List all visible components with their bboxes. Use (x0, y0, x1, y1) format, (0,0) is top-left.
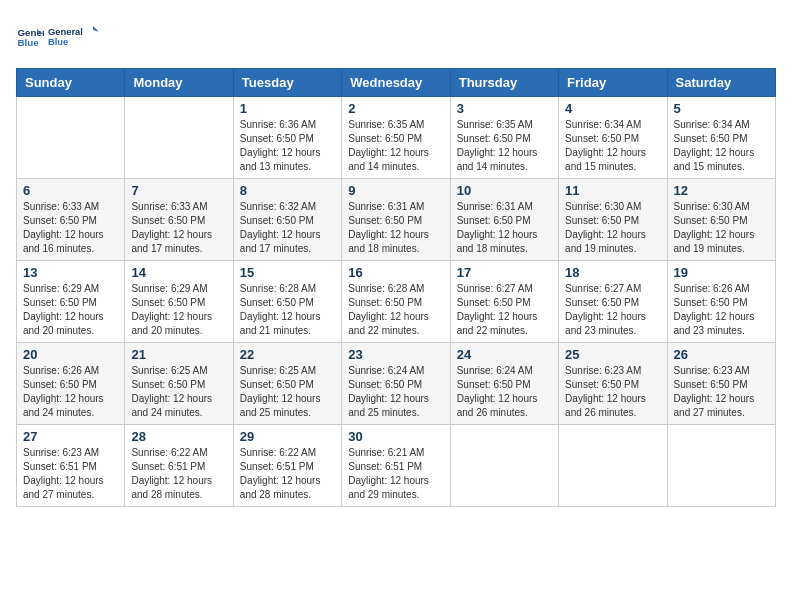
day-info: Sunrise: 6:28 AM Sunset: 6:50 PM Dayligh… (348, 282, 443, 338)
day-info: Sunrise: 6:21 AM Sunset: 6:51 PM Dayligh… (348, 446, 443, 502)
day-cell: 14Sunrise: 6:29 AM Sunset: 6:50 PM Dayli… (125, 261, 233, 343)
day-cell: 3Sunrise: 6:35 AM Sunset: 6:50 PM Daylig… (450, 97, 558, 179)
day-number: 10 (457, 183, 552, 198)
day-info: Sunrise: 6:24 AM Sunset: 6:50 PM Dayligh… (457, 364, 552, 420)
day-number: 12 (674, 183, 769, 198)
day-cell: 12Sunrise: 6:30 AM Sunset: 6:50 PM Dayli… (667, 179, 775, 261)
day-info: Sunrise: 6:33 AM Sunset: 6:50 PM Dayligh… (23, 200, 118, 256)
week-row-4: 20Sunrise: 6:26 AM Sunset: 6:50 PM Dayli… (17, 343, 776, 425)
day-info: Sunrise: 6:23 AM Sunset: 6:50 PM Dayligh… (565, 364, 660, 420)
day-info: Sunrise: 6:35 AM Sunset: 6:50 PM Dayligh… (348, 118, 443, 174)
day-info: Sunrise: 6:36 AM Sunset: 6:50 PM Dayligh… (240, 118, 335, 174)
day-cell: 10Sunrise: 6:31 AM Sunset: 6:50 PM Dayli… (450, 179, 558, 261)
svg-marker-5 (93, 26, 98, 32)
day-cell (667, 425, 775, 507)
day-cell: 29Sunrise: 6:22 AM Sunset: 6:51 PM Dayli… (233, 425, 341, 507)
day-number: 23 (348, 347, 443, 362)
weekday-friday: Friday (559, 69, 667, 97)
day-cell: 11Sunrise: 6:30 AM Sunset: 6:50 PM Dayli… (559, 179, 667, 261)
day-cell: 21Sunrise: 6:25 AM Sunset: 6:50 PM Dayli… (125, 343, 233, 425)
day-number: 14 (131, 265, 226, 280)
day-number: 5 (674, 101, 769, 116)
day-cell (17, 97, 125, 179)
day-cell: 16Sunrise: 6:28 AM Sunset: 6:50 PM Dayli… (342, 261, 450, 343)
day-info: Sunrise: 6:30 AM Sunset: 6:50 PM Dayligh… (674, 200, 769, 256)
day-info: Sunrise: 6:26 AM Sunset: 6:50 PM Dayligh… (674, 282, 769, 338)
day-cell: 27Sunrise: 6:23 AM Sunset: 6:51 PM Dayli… (17, 425, 125, 507)
day-number: 4 (565, 101, 660, 116)
day-cell: 15Sunrise: 6:28 AM Sunset: 6:50 PM Dayli… (233, 261, 341, 343)
day-info: Sunrise: 6:30 AM Sunset: 6:50 PM Dayligh… (565, 200, 660, 256)
weekday-wednesday: Wednesday (342, 69, 450, 97)
day-number: 30 (348, 429, 443, 444)
day-info: Sunrise: 6:33 AM Sunset: 6:50 PM Dayligh… (131, 200, 226, 256)
day-number: 25 (565, 347, 660, 362)
day-cell: 24Sunrise: 6:24 AM Sunset: 6:50 PM Dayli… (450, 343, 558, 425)
day-cell: 26Sunrise: 6:23 AM Sunset: 6:50 PM Dayli… (667, 343, 775, 425)
day-info: Sunrise: 6:25 AM Sunset: 6:50 PM Dayligh… (240, 364, 335, 420)
day-cell: 25Sunrise: 6:23 AM Sunset: 6:50 PM Dayli… (559, 343, 667, 425)
svg-text:Blue: Blue (48, 37, 68, 47)
day-cell: 5Sunrise: 6:34 AM Sunset: 6:50 PM Daylig… (667, 97, 775, 179)
day-cell: 8Sunrise: 6:32 AM Sunset: 6:50 PM Daylig… (233, 179, 341, 261)
day-cell (559, 425, 667, 507)
weekday-monday: Monday (125, 69, 233, 97)
day-number: 29 (240, 429, 335, 444)
day-number: 1 (240, 101, 335, 116)
day-cell: 17Sunrise: 6:27 AM Sunset: 6:50 PM Dayli… (450, 261, 558, 343)
day-info: Sunrise: 6:29 AM Sunset: 6:50 PM Dayligh… (131, 282, 226, 338)
day-number: 20 (23, 347, 118, 362)
day-number: 2 (348, 101, 443, 116)
day-number: 7 (131, 183, 226, 198)
day-number: 19 (674, 265, 769, 280)
day-number: 8 (240, 183, 335, 198)
day-info: Sunrise: 6:32 AM Sunset: 6:50 PM Dayligh… (240, 200, 335, 256)
day-cell: 30Sunrise: 6:21 AM Sunset: 6:51 PM Dayli… (342, 425, 450, 507)
day-info: Sunrise: 6:28 AM Sunset: 6:50 PM Dayligh… (240, 282, 335, 338)
week-row-5: 27Sunrise: 6:23 AM Sunset: 6:51 PM Dayli… (17, 425, 776, 507)
weekday-tuesday: Tuesday (233, 69, 341, 97)
day-number: 18 (565, 265, 660, 280)
day-number: 17 (457, 265, 552, 280)
weekday-thursday: Thursday (450, 69, 558, 97)
day-number: 27 (23, 429, 118, 444)
day-number: 9 (348, 183, 443, 198)
day-cell (450, 425, 558, 507)
day-cell: 28Sunrise: 6:22 AM Sunset: 6:51 PM Dayli… (125, 425, 233, 507)
logo-icon: General Blue (16, 22, 44, 50)
day-info: Sunrise: 6:24 AM Sunset: 6:50 PM Dayligh… (348, 364, 443, 420)
day-number: 24 (457, 347, 552, 362)
logo-svg: General Blue (48, 16, 98, 56)
day-number: 21 (131, 347, 226, 362)
weekday-header-row: SundayMondayTuesdayWednesdayThursdayFrid… (17, 69, 776, 97)
day-info: Sunrise: 6:22 AM Sunset: 6:51 PM Dayligh… (131, 446, 226, 502)
day-number: 13 (23, 265, 118, 280)
day-number: 6 (23, 183, 118, 198)
week-row-2: 6Sunrise: 6:33 AM Sunset: 6:50 PM Daylig… (17, 179, 776, 261)
day-cell: 22Sunrise: 6:25 AM Sunset: 6:50 PM Dayli… (233, 343, 341, 425)
day-cell: 2Sunrise: 6:35 AM Sunset: 6:50 PM Daylig… (342, 97, 450, 179)
day-number: 15 (240, 265, 335, 280)
day-number: 11 (565, 183, 660, 198)
day-info: Sunrise: 6:25 AM Sunset: 6:50 PM Dayligh… (131, 364, 226, 420)
svg-text:General: General (48, 27, 83, 37)
day-cell: 19Sunrise: 6:26 AM Sunset: 6:50 PM Dayli… (667, 261, 775, 343)
day-cell (125, 97, 233, 179)
day-cell: 13Sunrise: 6:29 AM Sunset: 6:50 PM Dayli… (17, 261, 125, 343)
day-info: Sunrise: 6:23 AM Sunset: 6:51 PM Dayligh… (23, 446, 118, 502)
day-number: 16 (348, 265, 443, 280)
day-info: Sunrise: 6:31 AM Sunset: 6:50 PM Dayligh… (457, 200, 552, 256)
weekday-saturday: Saturday (667, 69, 775, 97)
day-info: Sunrise: 6:34 AM Sunset: 6:50 PM Dayligh… (565, 118, 660, 174)
day-info: Sunrise: 6:26 AM Sunset: 6:50 PM Dayligh… (23, 364, 118, 420)
day-info: Sunrise: 6:31 AM Sunset: 6:50 PM Dayligh… (348, 200, 443, 256)
day-cell: 4Sunrise: 6:34 AM Sunset: 6:50 PM Daylig… (559, 97, 667, 179)
day-cell: 9Sunrise: 6:31 AM Sunset: 6:50 PM Daylig… (342, 179, 450, 261)
svg-text:Blue: Blue (17, 37, 39, 48)
week-row-3: 13Sunrise: 6:29 AM Sunset: 6:50 PM Dayli… (17, 261, 776, 343)
day-cell: 23Sunrise: 6:24 AM Sunset: 6:50 PM Dayli… (342, 343, 450, 425)
day-info: Sunrise: 6:27 AM Sunset: 6:50 PM Dayligh… (457, 282, 552, 338)
page-header: General Blue General Blue (16, 16, 776, 56)
day-info: Sunrise: 6:27 AM Sunset: 6:50 PM Dayligh… (565, 282, 660, 338)
week-row-1: 1Sunrise: 6:36 AM Sunset: 6:50 PM Daylig… (17, 97, 776, 179)
